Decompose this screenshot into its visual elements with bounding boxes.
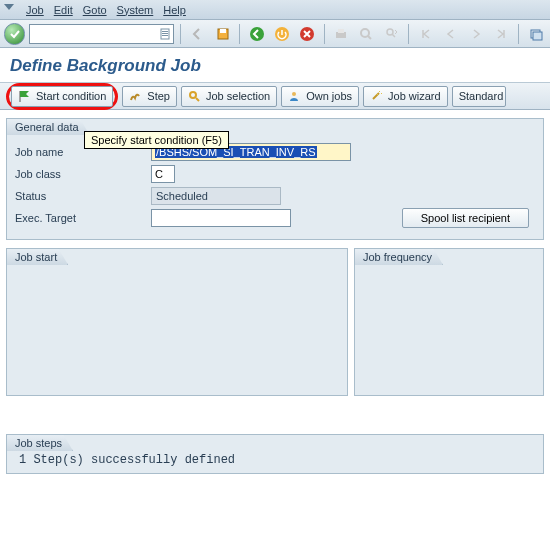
command-dropdown-icon[interactable] [159,27,171,41]
app-toolbar: Start condition Step Job selection Own j… [0,82,550,110]
svg-point-11 [361,29,369,37]
highlight-start-condition: Start condition [6,83,118,110]
svg-point-15 [190,92,196,98]
svg-rect-14 [533,32,542,40]
job-frequency-tab: Job frequency [354,248,443,265]
job-selection-button[interactable]: Job selection [181,86,277,107]
save-icon[interactable] [212,23,233,45]
next-page-icon [466,23,487,45]
svg-rect-1 [162,31,168,32]
new-session-icon[interactable] [525,23,546,45]
status-label: Status [15,190,145,202]
job-wizard-button[interactable]: Job wizard [363,86,448,107]
standard-jobs-button[interactable]: Standard [452,86,507,107]
own-jobs-label: Own jobs [306,90,352,102]
own-jobs-button[interactable]: Own jobs [281,86,359,107]
svg-rect-5 [220,29,226,33]
system-toolbar [0,20,550,48]
job-start-tab: Job start [6,248,68,265]
exec-target-field[interactable] [151,209,291,227]
cancel-icon[interactable] [297,23,318,45]
step-button[interactable]: Step [122,86,177,107]
step-label: Step [147,90,170,102]
find-icon [356,23,377,45]
steps-icon [129,90,143,102]
person-icon [288,90,302,102]
tooltip: Specify start condition (F5) [84,131,229,149]
first-page-icon [415,23,436,45]
svg-rect-2 [162,33,168,34]
command-field[interactable] [29,24,174,44]
spool-list-recipient-button[interactable]: Spool list recipient [402,208,529,228]
content-area: General data Job name /BSHS/SOM_SI_TRAN_… [0,110,550,488]
start-condition-label: Start condition [36,90,106,102]
general-data-tab: General data [6,118,90,135]
menu-bar: Job Edit Goto System Help [0,0,550,20]
menu-system[interactable]: System [117,4,154,16]
wand-icon [370,90,384,102]
exit-icon[interactable] [271,23,292,45]
menu-job[interactable]: Job [26,4,44,16]
svg-rect-10 [338,29,344,33]
back-green-icon[interactable] [246,23,267,45]
back-icon[interactable] [187,23,208,45]
page-title: Define Background Job [0,48,550,82]
job-frequency-group: Job frequency [354,248,544,396]
prev-page-icon [440,23,461,45]
job-steps-tab: Job steps [6,434,73,451]
start-condition-button[interactable]: Start condition [11,86,113,107]
job-wizard-label: Job wizard [388,90,441,102]
job-steps-group: Job steps 1 Step(s) successfully defined [6,434,544,474]
flag-icon [18,90,32,102]
job-start-group: Job start [6,248,348,396]
standard-label: Standard [459,90,504,102]
find-next-icon [381,23,402,45]
menu-edit[interactable]: Edit [54,4,73,16]
job-steps-message: 1 Step(s) successfully defined [15,452,535,468]
svg-point-16 [292,92,296,96]
last-page-icon [491,23,512,45]
exec-target-label: Exec. Target [15,212,145,224]
menu-help[interactable]: Help [163,4,186,16]
print-icon [331,23,352,45]
svg-rect-3 [162,35,168,36]
search-icon [188,90,202,102]
job-class-field[interactable]: C [151,165,175,183]
enter-button[interactable] [4,23,25,45]
job-class-label: Job class [15,168,145,180]
job-selection-label: Job selection [206,90,270,102]
status-value: Scheduled [151,187,281,205]
svg-point-6 [250,27,264,41]
menu-goto[interactable]: Goto [83,4,107,16]
